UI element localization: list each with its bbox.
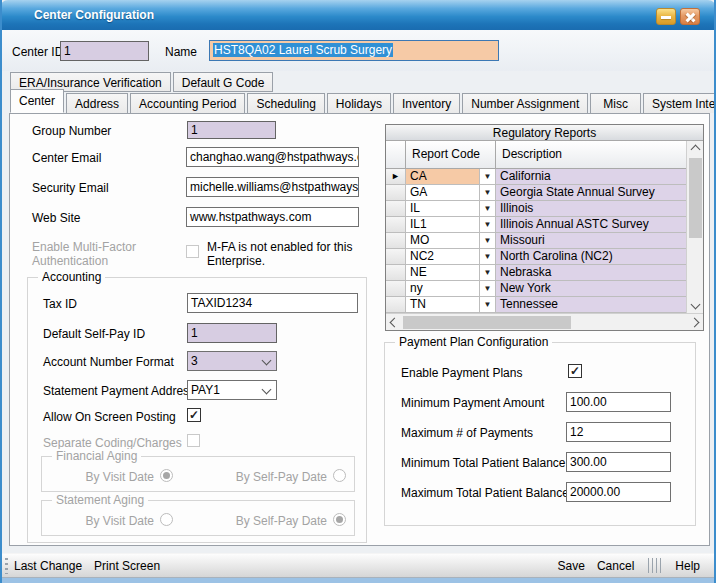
- row-selector[interactable]: [386, 249, 406, 265]
- dropdown-arrow-icon[interactable]: ▼: [480, 233, 496, 249]
- minimum-payment-amount-field[interactable]: 100.00: [566, 392, 671, 412]
- report-code-cell[interactable]: NC2: [406, 249, 480, 265]
- account-number-format-combo[interactable]: 3: [187, 351, 277, 371]
- tab-scheduling[interactable]: Scheduling: [247, 93, 324, 113]
- scroll-right-icon[interactable]: [686, 314, 703, 331]
- horizontal-scrollbar[interactable]: [386, 313, 703, 330]
- grid-header: Report Code Description: [386, 141, 703, 169]
- statement-payment-address-combo[interactable]: PAY1: [187, 380, 277, 400]
- grid-caption: Regulatory Reports: [386, 125, 703, 141]
- grid-header-selector: [386, 141, 406, 169]
- row-marker-icon: ►: [386, 169, 406, 185]
- report-code-cell[interactable]: CA: [406, 169, 480, 185]
- description-cell[interactable]: North Carolina (NC2): [496, 249, 686, 265]
- table-row[interactable]: MO ▼ Missouri: [386, 233, 686, 249]
- report-code-cell[interactable]: IL: [406, 201, 480, 217]
- title-bar[interactable]: Center Configuration: [0, 0, 716, 30]
- report-code-cell[interactable]: IL1: [406, 217, 480, 233]
- web-site-field[interactable]: www.hstpathways.com: [186, 207, 359, 227]
- enable-payment-plans-checkbox[interactable]: [568, 364, 582, 378]
- name-field[interactable]: HST8QA02 Laurel Scrub Surgery: [209, 40, 499, 61]
- vertical-scrollbar[interactable]: [686, 141, 703, 313]
- tab-misc[interactable]: Misc: [590, 93, 641, 113]
- print-screen-button[interactable]: Print Screen: [88, 559, 166, 573]
- financial-by-self-pay-date-label: By Self-Pay Date: [212, 470, 327, 484]
- vertical-scroll-thumb[interactable]: [689, 158, 702, 238]
- row-selector[interactable]: [386, 265, 406, 281]
- row-selector[interactable]: [386, 281, 406, 297]
- security-email-label: Security Email: [32, 181, 109, 195]
- report-code-cell[interactable]: NE: [406, 265, 480, 281]
- allow-on-screen-posting-checkbox[interactable]: [187, 408, 201, 422]
- report-code-cell[interactable]: ny: [406, 281, 480, 297]
- table-row[interactable]: GA ▼ Georgia State Annual Survey: [386, 185, 686, 201]
- dropdown-arrow-icon[interactable]: ▼: [480, 217, 496, 233]
- description-cell[interactable]: Georgia State Annual Survey: [496, 185, 686, 201]
- description-cell[interactable]: California: [496, 169, 686, 185]
- report-code-cell[interactable]: GA: [406, 185, 480, 201]
- report-code-cell[interactable]: MO: [406, 233, 480, 249]
- close-icon[interactable]: [680, 8, 700, 25]
- row-selector[interactable]: [386, 185, 406, 201]
- mfa-note: M-FA is not enabled for this Enterprise.: [207, 240, 357, 268]
- dropdown-arrow-icon[interactable]: ▼: [480, 281, 496, 297]
- minimum-total-patient-balance-field[interactable]: 300.00: [566, 452, 671, 472]
- description-cell[interactable]: Tennessee: [496, 297, 686, 313]
- tab-number-assignment[interactable]: Number Assignment: [462, 93, 588, 113]
- tax-id-field[interactable]: TAXID1234: [187, 293, 358, 313]
- center-tab-page: Group Number 1 Center Email changhao.wan…: [9, 113, 710, 546]
- tab-holidays[interactable]: Holidays: [327, 93, 391, 113]
- tab-accounting-period[interactable]: Accounting Period: [130, 93, 245, 113]
- security-email-field[interactable]: michelle.williams@hstpathways.com: [186, 177, 359, 197]
- table-row[interactable]: IL1 ▼ Illinois Annual ASTC Survey: [386, 217, 686, 233]
- maximum-number-of-payments-field[interactable]: 12: [566, 422, 671, 442]
- row-selector[interactable]: [386, 297, 406, 313]
- tab-inventory[interactable]: Inventory: [393, 93, 460, 113]
- grid-header-description[interactable]: Description: [496, 141, 703, 169]
- table-row[interactable]: ► CA ▼ California: [386, 169, 686, 185]
- help-button[interactable]: Help: [669, 559, 706, 573]
- cancel-button[interactable]: Cancel: [591, 559, 640, 573]
- last-change-button[interactable]: Last Change: [8, 559, 88, 573]
- description-cell[interactable]: Nebraska: [496, 265, 686, 281]
- horizontal-scroll-track[interactable]: [403, 314, 686, 330]
- accounting-group-title: Accounting: [38, 270, 105, 284]
- save-button[interactable]: Save: [552, 559, 591, 573]
- grid-header-report-code[interactable]: Report Code: [406, 141, 496, 169]
- default-self-pay-id-field[interactable]: 1: [187, 323, 277, 343]
- table-row[interactable]: ny ▼ New York: [386, 281, 686, 297]
- row-selector[interactable]: [386, 201, 406, 217]
- maximum-total-patient-balance-field[interactable]: 20000.00: [566, 482, 671, 502]
- minimize-icon[interactable]: [656, 8, 676, 25]
- scroll-left-icon[interactable]: [386, 314, 403, 331]
- dropdown-arrow-icon[interactable]: ▼: [480, 249, 496, 265]
- row-selector[interactable]: [386, 217, 406, 233]
- regulatory-reports-grid: Regulatory Reports Report Code Descripti…: [385, 124, 704, 331]
- tab-center[interactable]: Center: [10, 89, 64, 113]
- table-row[interactable]: NC2 ▼ North Carolina (NC2): [386, 249, 686, 265]
- tab-address[interactable]: Address: [66, 93, 128, 113]
- row-selector[interactable]: [386, 233, 406, 249]
- description-cell[interactable]: Missouri: [496, 233, 686, 249]
- group-number-field[interactable]: 1: [187, 121, 276, 139]
- table-row[interactable]: NE ▼ Nebraska: [386, 265, 686, 281]
- dropdown-arrow-icon[interactable]: ▼: [480, 185, 496, 201]
- center-email-field[interactable]: changhao.wang@hstpathways.com: [186, 147, 359, 167]
- report-code-cell[interactable]: TN: [406, 297, 480, 313]
- center-id-field[interactable]: 1: [60, 41, 149, 61]
- tab-system-interface[interactable]: System Interface: [643, 93, 716, 113]
- tab-default-g-code[interactable]: Default G Code: [173, 72, 274, 92]
- description-cell[interactable]: Illinois Annual ASTC Survey: [496, 217, 686, 233]
- horizontal-scroll-thumb[interactable]: [403, 316, 571, 329]
- scroll-down-icon[interactable]: [687, 296, 704, 313]
- dropdown-arrow-icon[interactable]: ▼: [480, 297, 496, 313]
- scroll-up-icon[interactable]: [687, 141, 704, 158]
- dropdown-arrow-icon[interactable]: ▼: [480, 169, 496, 185]
- dropdown-arrow-icon[interactable]: ▼: [480, 201, 496, 217]
- table-row[interactable]: IL ▼ Illinois: [386, 201, 686, 217]
- vertical-scroll-track[interactable]: [687, 158, 703, 296]
- description-cell[interactable]: Illinois: [496, 201, 686, 217]
- table-row[interactable]: TN ▼ Tennessee: [386, 297, 686, 313]
- description-cell[interactable]: New York: [496, 281, 686, 297]
- dropdown-arrow-icon[interactable]: ▼: [480, 265, 496, 281]
